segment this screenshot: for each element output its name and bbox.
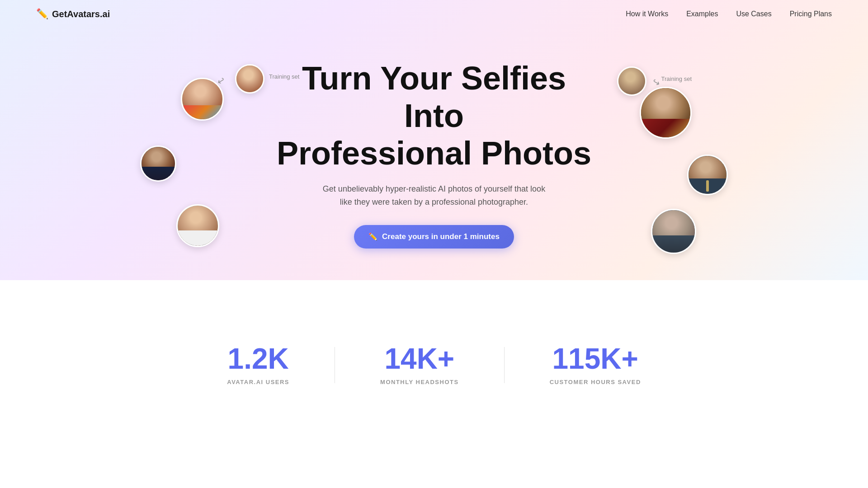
brand-logo[interactable]: ✏️ GetAvatars.ai bbox=[36, 8, 110, 20]
nav-link-how-it-works[interactable]: How it Works bbox=[626, 10, 668, 18]
stat-item-headshots: 14K+ MONTHLY HEADSHOTS bbox=[335, 344, 504, 385]
stats-section: 1.2K AVATAR.AI USERS 14K+ MONTHLY HEADSH… bbox=[0, 317, 868, 413]
stat-value-headshots: 14K+ bbox=[380, 344, 459, 373]
nav-link-use-cases[interactable]: Use Cases bbox=[736, 10, 771, 18]
hero-section: ↩ Training set ↪ Training set bbox=[0, 28, 868, 281]
hero-cta-label: Create yours in under 1 minutes bbox=[382, 232, 500, 241]
stat-value-users: 1.2K bbox=[227, 344, 289, 373]
stat-item-hours: 115K+ CUSTOMER HOURS SAVED bbox=[505, 344, 686, 385]
pencil-icon: ✏️ bbox=[368, 232, 377, 241]
hero-content: Turn Your Selfies Into Professional Phot… bbox=[9, 46, 859, 249]
brand-name: GetAvatars.ai bbox=[52, 9, 110, 19]
stat-item-users: 1.2K AVATAR.AI USERS bbox=[182, 344, 335, 385]
hero-subtitle: Get unbelievably hyper-realistic AI phot… bbox=[321, 183, 547, 209]
stat-label-headshots: MONTHLY HEADSHOTS bbox=[380, 379, 459, 385]
nav-link-examples[interactable]: Examples bbox=[686, 10, 718, 18]
stat-label-users: AVATAR.AI USERS bbox=[227, 379, 289, 385]
hero-cta-button[interactable]: ✏️ Create yours in under 1 minutes bbox=[354, 225, 514, 249]
nav-menu: How it Works Examples Use Cases Pricing … bbox=[626, 10, 832, 18]
navbar: ✏️ GetAvatars.ai How it Works Examples U… bbox=[0, 0, 868, 28]
hero-title: Turn Your Selfies Into Professional Phot… bbox=[276, 60, 592, 172]
stat-label-hours: CUSTOMER HOURS SAVED bbox=[550, 379, 641, 385]
nav-link-pricing-plans[interactable]: Pricing Plans bbox=[790, 10, 832, 18]
stat-value-hours: 115K+ bbox=[550, 344, 641, 373]
logo-icon: ✏️ bbox=[36, 8, 48, 20]
